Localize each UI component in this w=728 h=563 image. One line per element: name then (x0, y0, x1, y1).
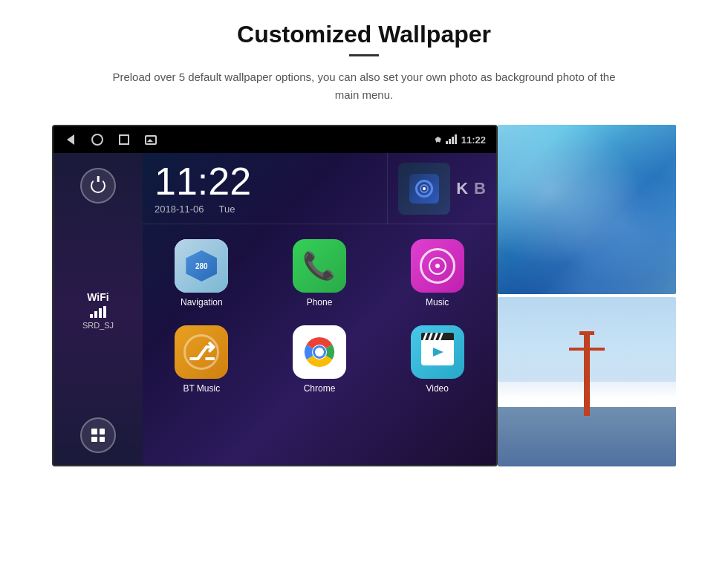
app-item-btmusic[interactable]: ⎇ BT Music (143, 316, 261, 403)
chrome-svg-icon (300, 333, 339, 371)
status-bar: 11:22 (53, 126, 496, 153)
main-content: 11:22 WiFi (52, 125, 676, 466)
phone-icon: 📞 (293, 239, 346, 293)
clapper-board-icon (421, 339, 454, 365)
wifi-label: WiFi (82, 291, 114, 303)
time-widget: 11:22 2018-11-06 Tue (143, 153, 388, 224)
wifi-signal-icon (446, 135, 457, 144)
grid-icon (91, 429, 105, 442)
btmusic-label: BT Music (183, 383, 220, 394)
ice-wallpaper-image (498, 125, 676, 294)
date-text: 2018-11-06 (155, 204, 204, 215)
wifi-info: WiFi SRD_SJ (82, 291, 114, 330)
app-item-chrome[interactable]: Chrome (261, 316, 379, 403)
music-label: Music (426, 297, 449, 307)
wallpaper-ice[interactable] (498, 125, 676, 294)
wifi-ssid: SRD_SJ (82, 321, 114, 330)
letter-k: K (456, 179, 468, 198)
title-divider (349, 54, 379, 56)
navigation-label: Navigation (181, 297, 223, 307)
power-icon (91, 178, 105, 193)
svg-marker-4 (433, 348, 443, 357)
page-description: Preload over 5 default wallpaper options… (111, 68, 617, 104)
clapper-stripes (424, 333, 442, 340)
time-display: 11:22 (155, 162, 375, 201)
back-nav-icon[interactable] (64, 133, 77, 146)
phone-shape-icon: 📞 (302, 250, 336, 282)
bt-symbol-icon: ⎇ (188, 338, 215, 366)
android-main: WiFi SRD_SJ (53, 153, 496, 466)
app-item-navigation[interactable]: 280 Navigation (143, 230, 261, 316)
chrome-label: Chrome (304, 383, 336, 394)
play-icon (430, 346, 445, 358)
phone-label: Phone (307, 297, 333, 307)
music-dot (435, 264, 440, 268)
bt-inner-circle: ⎇ (183, 334, 219, 370)
wifi-bars-icon (82, 306, 114, 318)
app-item-video[interactable]: Video (378, 316, 496, 403)
signal-icon (415, 180, 433, 198)
status-time: 11:22 (461, 134, 486, 146)
music-note-circle (420, 248, 455, 284)
wallpaper-panel: CarSetting (498, 125, 676, 466)
app-item-music[interactable]: Music (378, 230, 496, 316)
power-button[interactable] (80, 168, 116, 204)
chrome-icon (293, 325, 346, 379)
letter-b: B (474, 179, 486, 198)
video-label: Video (426, 383, 448, 394)
page-title: Customized Wallpaper (237, 21, 491, 48)
navigation-icon: 280 (175, 239, 228, 293)
app-drawer-button[interactable] (80, 417, 116, 453)
screenshot-icon[interactable] (144, 133, 157, 146)
app-grid: 280 Navigation 📞 Phone (143, 224, 496, 409)
music-note-inner (429, 257, 446, 275)
wallpaper-bridge[interactable]: CarSetting (498, 297, 676, 466)
video-icon (411, 325, 464, 379)
music-icon (411, 239, 464, 293)
android-top-bar: 11:22 2018-11-06 Tue (143, 153, 496, 224)
android-sidebar: WiFi SRD_SJ (53, 153, 143, 466)
radio-inner (409, 174, 439, 204)
svg-point-3 (315, 348, 324, 357)
location-icon (435, 137, 441, 143)
recents-nav-icon[interactable] (117, 133, 131, 146)
day-text: Tue (219, 204, 235, 215)
widget-area: K B (388, 153, 496, 224)
android-screen: 11:22 WiFi (52, 125, 498, 466)
status-bar-right: 11:22 (435, 134, 486, 146)
page-wrapper: Customized Wallpaper Preload over 5 defa… (0, 0, 728, 563)
status-bar-left (64, 133, 157, 146)
android-center: 11:22 2018-11-06 Tue (143, 153, 496, 466)
radio-widget[interactable] (398, 163, 450, 215)
date-display: 2018-11-06 Tue (155, 204, 375, 215)
bridge-wallpaper-image (498, 297, 676, 466)
btmusic-icon: ⎇ (175, 325, 228, 379)
app-item-phone[interactable]: 📞 Phone (261, 230, 379, 316)
home-nav-icon[interactable] (91, 133, 104, 146)
